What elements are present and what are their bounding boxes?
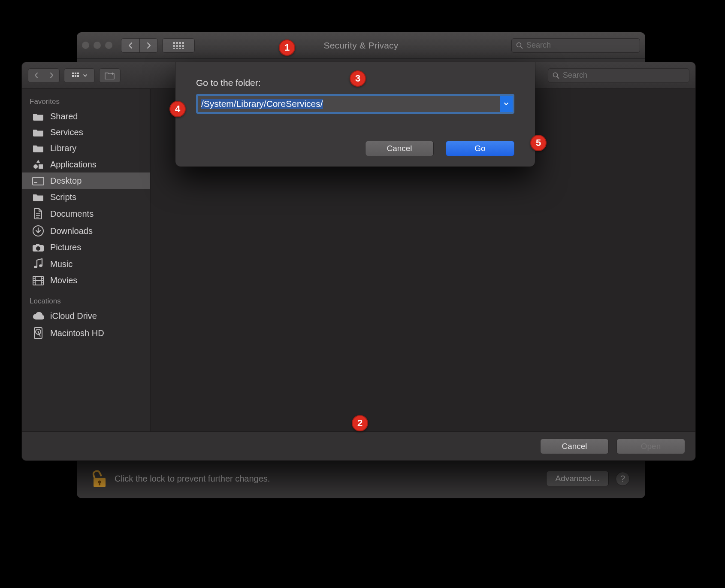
svg-rect-29 [34, 182, 37, 183]
sidebar-item-label: Desktop [50, 176, 82, 186]
chevron-down-icon [504, 102, 509, 106]
security-privacy-titlebar: Security & Privacy [77, 32, 645, 59]
finder-open-button[interactable]: Open [616, 439, 685, 454]
finder-cancel-button[interactable]: Cancel [540, 439, 609, 454]
svg-rect-2 [179, 42, 181, 44]
go-to-folder-field-wrap[interactable] [196, 94, 514, 114]
go-to-folder-go-button[interactable]: Go [446, 141, 514, 156]
film-icon [32, 276, 44, 285]
chevron-right-icon [49, 72, 54, 79]
annotation-badge-4: 4 [169, 101, 186, 117]
advanced-button[interactable]: Advanced… [546, 471, 609, 486]
search-icon [516, 42, 523, 49]
sidebar-item-label: Movies [50, 276, 77, 285]
cloud-icon [32, 312, 44, 321]
svg-rect-10 [179, 48, 181, 49]
new-folder-icon [105, 72, 115, 79]
minimize-window-icon[interactable] [94, 42, 101, 49]
nav-forward-button[interactable] [139, 39, 157, 52]
folder-icon [32, 144, 44, 153]
sidebar-item-applications[interactable]: Applications [22, 156, 150, 173]
sidebar-item-shared[interactable]: Shared [22, 109, 150, 124]
sidebar-item-label: Shared [50, 112, 78, 121]
svg-rect-18 [72, 73, 74, 74]
folder-icon [32, 193, 44, 202]
hdd-icon [32, 327, 44, 339]
finder-sidebar: Favorites SharedServicesLibraryApplicati… [22, 89, 151, 431]
svg-rect-7 [182, 45, 184, 47]
sidebar-item-music[interactable]: Music [22, 255, 150, 273]
svg-line-25 [557, 76, 559, 79]
sidebar-item-downloads[interactable]: Downloads [22, 222, 150, 239]
search-field[interactable] [511, 38, 640, 53]
search-input[interactable] [526, 41, 635, 50]
music-icon [32, 258, 44, 270]
svg-rect-11 [182, 48, 184, 49]
sidebar-item-label: Applications [50, 160, 97, 170]
svg-rect-5 [176, 45, 178, 47]
chevron-right-icon [146, 42, 151, 49]
svg-rect-23 [77, 75, 79, 77]
view-mode-button[interactable] [64, 68, 95, 83]
new-folder-button[interactable] [99, 68, 121, 83]
sidebar-item-services[interactable]: Services [22, 124, 150, 140]
sidebar-item-library[interactable]: Library [22, 140, 150, 156]
sidebar-item-pictures[interactable]: Pictures [22, 239, 150, 255]
nav-back-button[interactable] [121, 39, 139, 52]
svg-point-38 [39, 264, 42, 267]
download-icon [32, 225, 44, 236]
sidebar-item-label: Downloads [50, 226, 93, 236]
nav-back-forward[interactable] [121, 38, 158, 53]
svg-point-24 [553, 73, 558, 77]
sidebar-location-icloud-drive[interactable]: iCloud Drive [22, 308, 150, 324]
zoom-window-icon[interactable] [105, 42, 112, 49]
help-button[interactable]: ? [616, 472, 630, 486]
sidebar-item-label: Macintosh HD [50, 328, 104, 338]
go-to-folder-input[interactable] [198, 96, 513, 112]
apps-icon [32, 159, 44, 170]
sidebar-item-desktop[interactable]: Desktop [22, 173, 150, 189]
finder-nav-back-forward[interactable] [28, 68, 60, 83]
go-to-folder-cancel-button[interactable]: Cancel [365, 141, 434, 156]
lock-icon[interactable] [92, 469, 107, 488]
security-privacy-footer: Click the lock to prevent further change… [77, 459, 645, 498]
sidebar-section-locations: Locations [22, 294, 150, 308]
lock-caption: Click the lock to prevent further change… [115, 474, 270, 484]
window-traffic-lights[interactable] [82, 42, 112, 49]
annotation-badge-2: 2 [352, 415, 368, 431]
sidebar-item-label: Documents [50, 209, 94, 219]
svg-rect-8 [173, 48, 175, 49]
svg-rect-17 [99, 482, 100, 485]
folder-icon [32, 112, 44, 121]
sidebar-item-scripts[interactable]: Scripts [22, 189, 150, 205]
svg-point-26 [33, 164, 38, 169]
close-window-icon[interactable] [82, 42, 89, 49]
svg-rect-0 [173, 42, 175, 44]
sidebar-item-documents[interactable]: Documents [22, 205, 150, 222]
chevron-down-icon [83, 74, 87, 77]
svg-rect-35 [36, 244, 39, 246]
annotation-badge-3: 3 [350, 70, 366, 87]
finder-forward-button[interactable] [44, 69, 59, 82]
sidebar-item-label: Pictures [50, 242, 81, 252]
svg-point-36 [36, 246, 40, 251]
doc-icon [32, 208, 44, 219]
finder-search-field[interactable] [548, 68, 689, 83]
svg-rect-22 [75, 75, 76, 77]
sidebar-item-movies[interactable]: Movies [22, 273, 150, 288]
svg-line-13 [521, 46, 523, 48]
finder-back-button[interactable] [28, 69, 44, 82]
sidebar-section-favorites: Favorites [22, 94, 150, 109]
finder-footer: Cancel Open [22, 431, 695, 461]
svg-rect-21 [72, 75, 74, 77]
chevron-left-icon [34, 72, 39, 79]
go-to-folder-history-button[interactable] [500, 96, 513, 112]
show-all-button[interactable] [162, 38, 195, 53]
svg-rect-4 [173, 45, 175, 47]
svg-rect-9 [176, 48, 178, 49]
svg-rect-27 [39, 164, 43, 169]
finder-search-input[interactable] [563, 71, 685, 80]
icon-view-icon [72, 73, 81, 79]
sidebar-location-macintosh-hd[interactable]: Macintosh HD [22, 324, 150, 342]
sidebar-item-label: iCloud Drive [50, 311, 97, 321]
